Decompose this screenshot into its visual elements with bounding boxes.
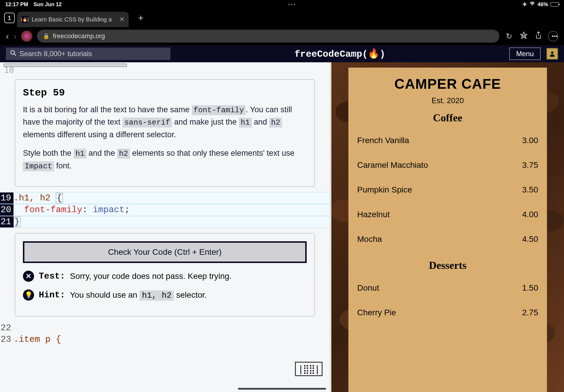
menu-item: Mocha4.50: [357, 234, 538, 244]
menu-item: French Vanilla3.00: [357, 136, 538, 145]
profile-avatar[interactable]: [21, 31, 32, 42]
instructions-panel: Step 59 It is a bit boring for all the t…: [15, 79, 315, 187]
cafe-title: CAMPER CAFE: [357, 76, 538, 92]
svg-point-5: [551, 51, 553, 54]
keyboard-toggle-icon[interactable]: |⣿⣿|: [295, 362, 323, 376]
cafe-est: Est. 2020: [357, 96, 538, 105]
status-date: Sun Jun 12: [33, 1, 62, 8]
browser-toolbar: ‹ › 🔒 freecodecamp.org ↻ •••: [0, 27, 564, 45]
favorites-button[interactable]: [519, 31, 529, 41]
fcc-logo[interactable]: freeCodeCamp(🔥): [176, 48, 503, 60]
test-result: ✕ Test: Sorry, your code does not pass. …: [23, 271, 307, 282]
fcc-search-input[interactable]: Search 8,000+ tutorials: [6, 48, 170, 60]
tab-favicon-icon: (🔥): [21, 16, 28, 23]
share-button[interactable]: [533, 31, 543, 41]
battery-icon: [550, 2, 559, 6]
search-placeholder: Search 8,000+ tutorials: [19, 50, 92, 58]
item-name: French Vanilla: [357, 136, 409, 145]
item-name: Pumpkin Spice: [357, 185, 412, 195]
partial-ui-fragment: [4, 63, 127, 67]
code-line-19: 19 .h1, h2 {: [0, 192, 330, 204]
ipad-status-bar: 12:17 PM Sun Jun 12 ••• ✈ 46%: [0, 0, 564, 9]
svg-line-4: [14, 54, 16, 56]
menu-button[interactable]: Menu: [509, 48, 540, 60]
item-price: 3.00: [522, 136, 538, 145]
hint-icon: 💡: [23, 289, 34, 301]
wifi-icon: [529, 1, 535, 8]
item-name: Caramel Macchiato: [357, 160, 428, 170]
code-line-20: 20 font-family: impact;: [0, 204, 330, 216]
forward-button: ›: [14, 31, 16, 41]
back-button[interactable]: ‹: [6, 31, 9, 41]
fail-icon: ✕: [23, 271, 34, 282]
code-line-22: 22: [0, 322, 330, 334]
section-desserts: Desserts: [357, 259, 538, 272]
item-price: 2.75: [522, 308, 538, 317]
tab-count[interactable]: 1: [4, 13, 15, 23]
battery-pct: 46%: [538, 1, 548, 8]
code-line-23: 23 .item p {: [0, 334, 330, 345]
editor-pane: 10 Step 59 It is a bit boring for all th…: [0, 62, 331, 392]
browser-tab-bar: 1 (🔥) Learn Basic CSS by Building a ✕ +: [0, 9, 564, 27]
feedback-panel: Check Your Code (Ctrl + Enter) ✕ Test: S…: [15, 233, 315, 316]
airplane-icon: ✈: [523, 1, 527, 8]
check-code-button[interactable]: Check Your Code (Ctrl + Enter): [23, 241, 307, 263]
instruction-p1: It is a bit boring for all the text to h…: [23, 104, 307, 141]
search-icon: [10, 50, 16, 58]
item-name: Donut: [357, 283, 379, 293]
more-button[interactable]: •••: [548, 31, 558, 41]
code-editor-bottom[interactable]: 22 23 .item p {: [0, 322, 330, 345]
item-price: 4.00: [522, 210, 538, 219]
menu-card: CAMPER CAFE Est. 2020 Coffee French Vani…: [348, 68, 547, 392]
new-tab-button[interactable]: +: [138, 13, 144, 24]
active-tab[interactable]: (🔥) Learn Basic CSS by Building a ✕: [17, 12, 129, 27]
user-avatar[interactable]: [546, 48, 558, 60]
preview-pane: CAMPER CAFE Est. 2020 Coffee French Vani…: [331, 62, 564, 392]
tab-title: Learn Basic CSS by Building a: [32, 16, 112, 23]
lock-icon: 🔒: [43, 33, 49, 39]
item-name: Hazelnut: [357, 210, 390, 219]
url-text: freecodecamp.org: [53, 32, 105, 40]
code-editor[interactable]: 19 .h1, h2 { 20 font-family: impact; 21 …: [0, 192, 330, 228]
status-time: 12:17 PM: [5, 1, 28, 8]
item-price: 3.50: [522, 185, 538, 195]
menu-item: Caramel Macchiato3.75: [357, 160, 538, 170]
close-tab-button[interactable]: ✕: [119, 16, 125, 23]
menu-item: Cherry Pie2.75: [357, 308, 538, 317]
item-price: 1.50: [522, 283, 538, 293]
item-price: 3.75: [522, 160, 538, 170]
item-name: Mocha: [357, 234, 382, 244]
reload-button[interactable]: ↻: [504, 32, 514, 41]
item-name: Cherry Pie: [357, 308, 396, 317]
address-bar[interactable]: 🔒 freecodecamp.org: [37, 30, 499, 43]
item-price: 4.50: [522, 234, 538, 244]
menu-item: Hazelnut4.00: [357, 210, 538, 219]
instruction-p2: Style both the h1 and the h2 elements so…: [23, 147, 307, 172]
hint-row: 💡 Hint: You should use an h1, h2 selecto…: [23, 289, 307, 301]
menu-item: Donut1.50: [357, 283, 538, 293]
step-title: Step 59: [23, 87, 307, 98]
menu-item: Pumpkin Spice3.50: [357, 185, 538, 195]
section-coffee: Coffee: [357, 112, 538, 124]
fcc-header: Search 8,000+ tutorials freeCodeCamp(🔥) …: [0, 45, 564, 62]
multitask-dots[interactable]: •••: [288, 1, 296, 8]
home-indicator[interactable]: [238, 388, 326, 390]
svg-point-3: [11, 51, 15, 54]
code-line-21: 21 }: [0, 216, 330, 228]
